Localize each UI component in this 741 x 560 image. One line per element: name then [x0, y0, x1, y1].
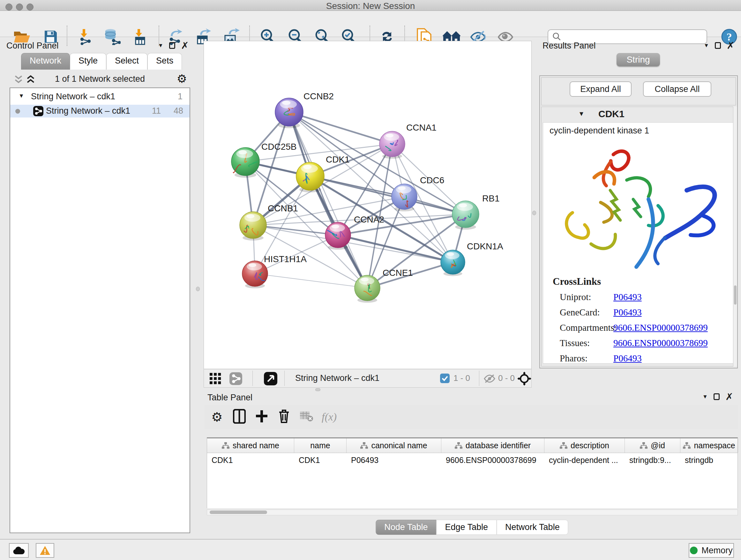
fit-content-crosshair-icon[interactable]	[517, 372, 531, 387]
float-panel-icon[interactable]	[714, 393, 720, 400]
table-options-gear-icon[interactable]: ⚙	[210, 410, 224, 424]
crosslink-label: Tissues:	[553, 338, 613, 348]
table-panel-title: Table Panel	[207, 393, 253, 402]
column-header--id[interactable]: @id	[625, 438, 680, 453]
close-panel-icon[interactable]: ✗	[727, 43, 735, 49]
grid-view-icon[interactable]	[210, 373, 221, 386]
protein-description: cyclin-dependent kinase 1	[549, 126, 649, 136]
table-cell[interactable]: P06493	[347, 453, 441, 467]
create-column-icon[interactable]	[255, 409, 269, 425]
collection-expander-icon[interactable]: ▼	[18, 92, 24, 99]
node-label: CDC25B	[261, 142, 296, 152]
column-namespace-icon	[560, 442, 567, 449]
panel-menu-icon[interactable]: ▼	[702, 394, 708, 400]
network-node-RB1[interactable]: RB1	[452, 193, 499, 230]
column-header-name[interactable]: name	[294, 438, 347, 453]
column-header-canonical-name[interactable]: canonical name	[347, 438, 441, 453]
crosslink-row: Uniprot:P06493	[553, 292, 708, 302]
float-panel-icon[interactable]	[169, 42, 175, 49]
node-label: CDK1	[326, 154, 350, 165]
network-node-CCNA1[interactable]: CCNA1	[380, 123, 436, 159]
results-panel: Results Panel ▼ ✗ String Expand All Coll…	[536, 40, 741, 388]
birds-eye-view-icon[interactable]	[264, 372, 277, 387]
results-scrollbar[interactable]	[733, 107, 737, 367]
close-panel-icon[interactable]: ✗	[181, 43, 189, 49]
status-bar: Memory	[0, 539, 741, 560]
crosslink-link[interactable]: P06493	[613, 292, 642, 302]
network-canvas[interactable]: CCNB2CCNA1CDC25BCDK1CDC6RB1CCNB1CCNA2CDK…	[204, 41, 532, 369]
warning-status-button[interactable]	[36, 543, 54, 558]
network-node-CDKN1A[interactable]: CDKN1A	[441, 241, 503, 276]
network-node-count: 11	[152, 106, 161, 116]
network-label: String Network – cdk1	[46, 106, 130, 116]
crosslink-link[interactable]: P06493	[613, 353, 642, 364]
control-panel-title: Control Panel	[6, 41, 59, 51]
crosslink-link[interactable]: P06493	[613, 307, 642, 318]
tab-network[interactable]: Network	[21, 53, 70, 70]
column-namespace-icon	[455, 442, 462, 449]
tab-style[interactable]: Style	[70, 53, 106, 70]
hidden-count: 0 - 0	[498, 373, 515, 383]
network-view-toolbar: String Network – cdk1 1 - 0 0 - 0	[204, 369, 532, 388]
expand-all-button[interactable]: Expand All	[569, 81, 631, 97]
panel-menu-icon[interactable]: ▼	[158, 43, 163, 49]
table-cell[interactable]: stringdb:9...	[625, 453, 680, 467]
network-node-CCNE1[interactable]: CCNE1	[354, 268, 413, 303]
results-panel-title: Results Panel	[542, 41, 596, 51]
crosslink-row: Compartments:9606.ENSP00000378699	[553, 322, 708, 333]
float-panel-icon[interactable]	[715, 42, 721, 49]
collapse-all-button[interactable]: Collapse All	[643, 81, 711, 97]
tab-node-table[interactable]: Node Table	[376, 520, 436, 535]
network-edge-count: 48	[174, 106, 183, 116]
title-bar: Session: New Session	[0, 0, 741, 11]
table-cell[interactable]: CDK1	[294, 453, 347, 467]
column-header-shared-name[interactable]: shared name	[207, 438, 294, 453]
network-type-icon	[33, 106, 44, 118]
selected-checkbox-icon[interactable]	[440, 374, 450, 384]
node-label: CCNA1	[406, 123, 436, 132]
column-header-database-identifier[interactable]: database identifier	[441, 438, 544, 453]
panel-menu-icon[interactable]: ▼	[704, 43, 709, 49]
tab-edge-table[interactable]: Edge Table	[436, 520, 496, 535]
table-horizontal-scrollbar[interactable]	[207, 509, 738, 515]
crosslink-label: Compartments:	[553, 322, 613, 333]
collection-count: 1	[178, 91, 183, 102]
section-expander-icon[interactable]: ▼	[578, 110, 585, 118]
delete-column-trash-icon[interactable]	[277, 409, 291, 425]
node-table: shared namenamecanonical namedatabase id…	[207, 437, 738, 508]
network-node-HIST1H1A[interactable]: HIST1H1A	[242, 254, 307, 288]
crosslink-label: Pharos:	[553, 353, 613, 364]
function-builder-icon: f(x)	[322, 411, 337, 423]
tab-sets[interactable]: Sets	[147, 53, 182, 70]
crosslink-link[interactable]: 9606.ENSP00000378699	[613, 338, 708, 348]
table-row[interactable]: CDK1CDK1P064939606.ENSP00000378699cyclin…	[207, 453, 738, 467]
show-columns-icon[interactable]	[232, 409, 246, 425]
crosslink-label: GeneCard:	[553, 307, 613, 318]
memory-button[interactable]: Memory	[689, 543, 734, 558]
network-row-selected[interactable]: String Network – cdk1 11 48	[10, 105, 190, 118]
protein-section-header[interactable]: ▼ CDK1	[542, 107, 736, 122]
protein-section: ▼ CDK1 cyclin-dependent kinase 1	[541, 107, 736, 367]
control-panel-tabs: Network Style Select Sets	[21, 53, 182, 70]
left-splitter-handle[interactable]	[196, 287, 200, 291]
cloud-status-button[interactable]	[9, 543, 29, 558]
column-header-description[interactable]: description	[544, 438, 625, 453]
warning-icon	[39, 545, 51, 556]
crosslink-link[interactable]: 9606.ENSP00000378699	[613, 322, 708, 333]
close-panel-icon[interactable]: ✗	[725, 394, 733, 400]
table-cell[interactable]: cyclin-dependent ...	[544, 453, 625, 467]
table-cell[interactable]: 9606.ENSP00000378699	[441, 453, 544, 467]
tab-select[interactable]: Select	[106, 53, 147, 70]
column-header-namespace[interactable]: namespace	[680, 438, 738, 453]
table-cell[interactable]: stringdb	[680, 453, 738, 467]
string-results-tab[interactable]: String	[616, 53, 660, 66]
tab-network-table[interactable]: Network Table	[496, 520, 568, 535]
hidden-eye-slash-icon[interactable]	[483, 374, 495, 385]
network-collection-row[interactable]: ▼ String Network – cdk1 1	[10, 91, 190, 103]
table-cell[interactable]: CDK1	[207, 453, 294, 467]
node-label: CCNB2	[304, 91, 334, 101]
network-options-gear-icon[interactable]: ⚙	[177, 72, 187, 85]
node-label: RB1	[482, 193, 499, 203]
column-namespace-icon	[640, 442, 648, 449]
network-share-view-icon[interactable]	[229, 372, 242, 386]
